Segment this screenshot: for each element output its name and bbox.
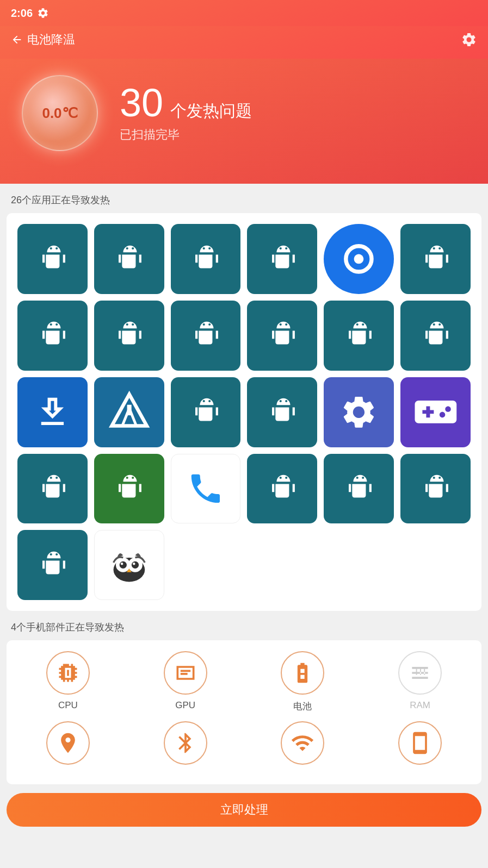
battery-label: 电池 (293, 700, 312, 713)
component-location[interactable] (12, 721, 124, 765)
action-button[interactable]: 立即处理 (7, 793, 481, 827)
list-item[interactable] (17, 530, 88, 600)
gpu-label: GPU (175, 700, 195, 711)
page-title: 电池降温 (27, 32, 75, 48)
list-item[interactable] (247, 301, 317, 371)
components-row-1: CPU GPU 电池 (12, 651, 476, 713)
list-item[interactable] (171, 301, 241, 371)
svg-point-9 (121, 563, 123, 565)
component-ram[interactable]: RAM (364, 651, 476, 713)
list-item[interactable] (17, 454, 88, 524)
back-button[interactable]: 电池降温 (11, 32, 75, 48)
list-item[interactable] (94, 377, 164, 447)
header-settings-icon[interactable] (461, 32, 477, 48)
list-item[interactable] (94, 224, 164, 294)
issue-label: 个发热问题 (170, 102, 252, 120)
component-wifi[interactable] (247, 721, 359, 765)
list-item[interactable] (17, 224, 88, 294)
apps-section-heading: 26个应用正在导致发热 (0, 184, 488, 213)
list-item[interactable] (324, 377, 394, 447)
temperature-value: 0.0℃ (42, 105, 77, 122)
component-bluetooth[interactable] (129, 721, 242, 765)
bluetooth-circle (164, 721, 207, 765)
list-item[interactable] (171, 377, 241, 447)
list-item[interactable] (400, 224, 471, 294)
components-section-heading: 4个手机部件正在导致发热 (0, 611, 488, 640)
component-gpu[interactable]: GPU (129, 651, 242, 713)
list-item[interactable] (247, 377, 317, 447)
component-cpu[interactable]: CPU (12, 651, 124, 713)
battery-circle (281, 651, 324, 695)
ram-circle (398, 651, 442, 695)
list-item[interactable] (324, 301, 394, 371)
components-row-2 (12, 721, 476, 765)
temperature-display: 0.0℃ (16, 70, 103, 157)
hero-section: 0.0℃ 30 个发热问题 已扫描完毕 (0, 59, 488, 184)
list-item[interactable] (94, 454, 164, 524)
back-icon (11, 34, 23, 46)
list-item[interactable] (17, 377, 88, 447)
svg-point-8 (132, 561, 139, 569)
list-item[interactable] (94, 530, 164, 600)
scan-status: 已扫描完毕 (120, 127, 252, 143)
list-item[interactable] (171, 224, 241, 294)
component-battery[interactable]: 电池 (247, 651, 359, 713)
ram-label: RAM (410, 700, 430, 711)
action-button-label: 立即处理 (220, 802, 268, 818)
list-item[interactable] (247, 454, 317, 524)
list-item[interactable] (94, 301, 164, 371)
cpu-circle (46, 651, 90, 695)
cpu-label: CPU (58, 700, 78, 711)
list-item[interactable] (324, 224, 394, 294)
list-item[interactable] (171, 454, 241, 524)
component-screen[interactable] (364, 721, 476, 765)
wifi-circle (281, 721, 324, 765)
gpu-circle (164, 651, 207, 695)
status-bar: 2:06 (0, 0, 488, 26)
svg-point-10 (133, 563, 135, 565)
apps-grid (7, 213, 481, 611)
svg-point-7 (119, 561, 126, 569)
status-gear-icon (37, 7, 49, 19)
list-item[interactable] (247, 224, 317, 294)
page-header: 电池降温 (0, 26, 488, 59)
location-circle (46, 721, 90, 765)
issue-info: 30 个发热问题 已扫描完毕 (120, 83, 252, 143)
issue-count: 30 (120, 81, 163, 124)
components-grid: CPU GPU 电池 (7, 640, 481, 784)
list-item[interactable] (324, 454, 394, 524)
list-item[interactable] (17, 301, 88, 371)
list-item[interactable] (400, 377, 471, 447)
svg-point-1 (354, 254, 364, 264)
list-item[interactable] (400, 454, 471, 524)
screen-circle (398, 721, 442, 765)
status-time: 2:06 (11, 7, 33, 20)
list-item[interactable] (400, 301, 471, 371)
